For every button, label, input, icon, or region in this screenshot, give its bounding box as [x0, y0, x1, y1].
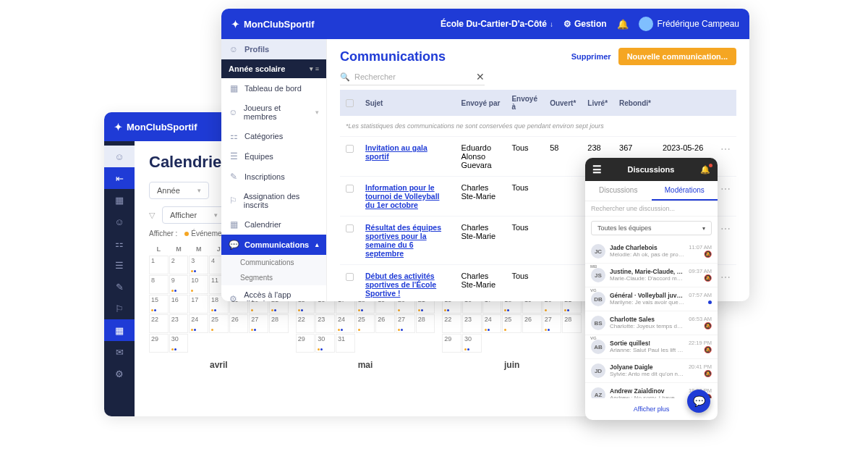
- calendar-cell[interactable]: 30: [315, 334, 335, 353]
- calendar-cell[interactable]: 28: [269, 314, 289, 333]
- list-item[interactable]: VGABSortie quilles!Arianne: Salut Paul l…: [585, 335, 718, 359]
- sidebar-registrations-icon[interactable]: ✎: [104, 276, 135, 298]
- calendar-cell[interactable]: 28: [562, 314, 582, 333]
- mobile-team-filter[interactable]: Toutes les équipes ▾: [591, 221, 712, 235]
- row-more-icon[interactable]: ⋯: [715, 137, 736, 177]
- sidebar-dashboard-icon[interactable]: ▦: [104, 189, 135, 211]
- calendar-cell[interactable]: 27: [542, 314, 562, 333]
- row-more-icon[interactable]: ⋯: [715, 265, 736, 302]
- list-item[interactable]: BSCharlotte SalesCharlotte: Joyeux temps…: [585, 311, 718, 335]
- calendar-cell[interactable]: 22: [149, 314, 169, 333]
- user-menu[interactable]: Frédérique Campeau: [639, 17, 739, 31]
- tab-discussions[interactable]: Discussions: [585, 181, 652, 201]
- calendar-cell[interactable]: 29: [296, 334, 315, 353]
- sidebar-assignment-icon[interactable]: ⚐: [104, 298, 135, 319]
- sidebar-app-icon[interactable]: ⚙: [104, 363, 135, 384]
- calendar-cell[interactable]: 8: [149, 275, 169, 294]
- mobile-search[interactable]: Rechercher une discussion...: [585, 201, 718, 217]
- calendar-cell[interactable]: 24: [482, 314, 502, 333]
- calendar-cell[interactable]: 23: [462, 314, 482, 333]
- calendar-cell[interactable]: 29: [442, 334, 461, 353]
- sidebar-categories-icon[interactable]: ⚏: [104, 232, 135, 254]
- list-item[interactable]: VGDBGénéral · Volleyball juvénile fémini…: [585, 287, 718, 311]
- delete-button[interactable]: Supprimer: [571, 52, 611, 61]
- search-input[interactable]: 🔍 Rechercher ✕: [340, 71, 485, 85]
- row-checkbox[interactable]: [346, 145, 354, 153]
- row-more-icon[interactable]: ⋯: [715, 177, 736, 217]
- sidebar-comm-icon[interactable]: ✉: [104, 341, 135, 363]
- clear-icon[interactable]: ✕: [476, 71, 485, 83]
- subject-link[interactable]: Information pour le tournoi de Volleybal…: [365, 183, 439, 209]
- calendar-cell[interactable]: 26: [229, 314, 249, 333]
- bell-icon[interactable]: 🔔: [617, 19, 629, 30]
- sidebar-calendar-icon[interactable]: ▦: [104, 319, 135, 341]
- calendar-cell[interactable]: 10: [189, 275, 208, 294]
- sidebar-members-icon[interactable]: ☺: [104, 211, 135, 232]
- calendar-cell[interactable]: 27: [249, 314, 268, 333]
- calendar-cell[interactable]: 22: [296, 314, 315, 333]
- sidebar-sub-communications[interactable]: Communications: [221, 255, 326, 270]
- school-select[interactable]: École Du-Cartier-D'a-Côté ↓: [441, 19, 553, 29]
- sidebar-profile-icon[interactable]: ☺: [104, 146, 135, 167]
- calendar-cell[interactable]: 24: [336, 314, 355, 333]
- calendar-cell[interactable]: 25: [502, 314, 522, 333]
- calendar-cell[interactable]: 27: [396, 314, 415, 333]
- sidebar-item-equipes[interactable]: ☰Équipes: [221, 146, 326, 167]
- row-more-icon[interactable]: ⋯: [715, 217, 736, 265]
- mobile-discussion-list: JCJade CharleboisMelodie: Ah ok, pas de …: [585, 240, 718, 398]
- sidebar-item-label: Catégories: [244, 132, 283, 140]
- calendar-cell[interactable]: 26: [522, 314, 542, 333]
- sidebar-item-acces[interactable]: ⚙Accès à l'app d'équipe: [221, 285, 326, 301]
- calendar-cell[interactable]: 29: [149, 334, 169, 353]
- calendar-cell[interactable]: 30: [462, 334, 482, 353]
- calendar-cell[interactable]: 9: [169, 275, 189, 294]
- calendar-cell[interactable]: 3: [189, 256, 208, 274]
- row-checkbox[interactable]: [346, 224, 354, 232]
- calendar-cell[interactable]: 1: [149, 256, 169, 274]
- sidebar-item-joueurs[interactable]: ☺Joueurs et membres▾: [221, 98, 326, 126]
- calendar-cell[interactable]: 23: [169, 314, 189, 333]
- discussion-time: 07:57 AM: [689, 292, 712, 298]
- calendar-cell[interactable]: 17: [189, 295, 208, 314]
- select-all-checkbox[interactable]: [346, 99, 354, 107]
- sidebar-item-communications[interactable]: 💬Communications▴: [221, 235, 326, 255]
- new-communication-button[interactable]: Nouvelle communication...: [618, 48, 736, 65]
- sidebar-item-tableau[interactable]: ▦Tableau de bord: [221, 78, 326, 98]
- subject-link[interactable]: Début des activités sportives de l'École…: [365, 272, 436, 298]
- sidebar-item-annee[interactable]: Année scolaire▾ ≡: [221, 59, 326, 78]
- calendar-cell[interactable]: 22: [442, 314, 461, 333]
- calendar-cell[interactable]: 15: [149, 295, 169, 314]
- calendar-cell[interactable]: 31: [336, 334, 355, 353]
- calendar-cell[interactable]: 2: [169, 256, 189, 274]
- tab-moderations[interactable]: Modérations: [652, 181, 718, 201]
- sidebar-teams-icon[interactable]: ☰: [104, 254, 135, 276]
- sidebar-item-inscriptions[interactable]: ✎Inscriptions: [221, 167, 326, 187]
- calendar-cell[interactable]: 24: [189, 314, 208, 333]
- filter-select[interactable]: Afficher ▾: [162, 206, 226, 224]
- sidebar-item-calendrier[interactable]: ▦Calendrier: [221, 214, 326, 235]
- calendar-cell[interactable]: 30: [169, 334, 189, 353]
- management-link[interactable]: ⚙ Gestion: [563, 19, 607, 29]
- row-checkbox[interactable]: [346, 185, 354, 193]
- sidebar-collapse-icon[interactable]: ⇤: [104, 167, 135, 189]
- calendar-cell[interactable]: 16: [169, 295, 189, 314]
- calendar-cell[interactable]: 26: [375, 314, 395, 333]
- row-checkbox[interactable]: [346, 273, 354, 281]
- calendar-cell[interactable]: 25: [209, 314, 229, 333]
- year-select[interactable]: Année ▾: [149, 182, 209, 199]
- calendar-cell[interactable]: 25: [356, 314, 375, 333]
- sidebar-item-categories[interactable]: ⚏Catégories: [221, 126, 326, 146]
- menu-icon[interactable]: ☰: [592, 164, 602, 175]
- bell-icon[interactable]: 🔔: [700, 165, 710, 175]
- calendar-cell[interactable]: 28: [416, 314, 435, 333]
- sidebar-sub-segments[interactable]: Segments: [221, 270, 326, 285]
- sidebar-item-profils[interactable]: ☺Profils: [221, 39, 326, 59]
- sidebar-item-assignation[interactable]: ⚐Assignation des inscrits: [221, 187, 326, 214]
- new-discussion-fab[interactable]: 💬: [687, 390, 710, 413]
- subject-link[interactable]: Invitation au gala sportif: [365, 143, 427, 161]
- list-item[interactable]: MBJSJustine, Marie-Claude, Rébecca, Sara…: [585, 264, 718, 287]
- subject-link[interactable]: Résultat des équipes sportives pour la s…: [365, 223, 441, 258]
- calendar-cell[interactable]: 23: [315, 314, 335, 333]
- list-item[interactable]: JCJade CharleboisMelodie: Ah ok, pas de …: [585, 240, 718, 264]
- list-item[interactable]: JDJolyane DaigleSylvie: Anto me dit qu'o…: [585, 359, 718, 383]
